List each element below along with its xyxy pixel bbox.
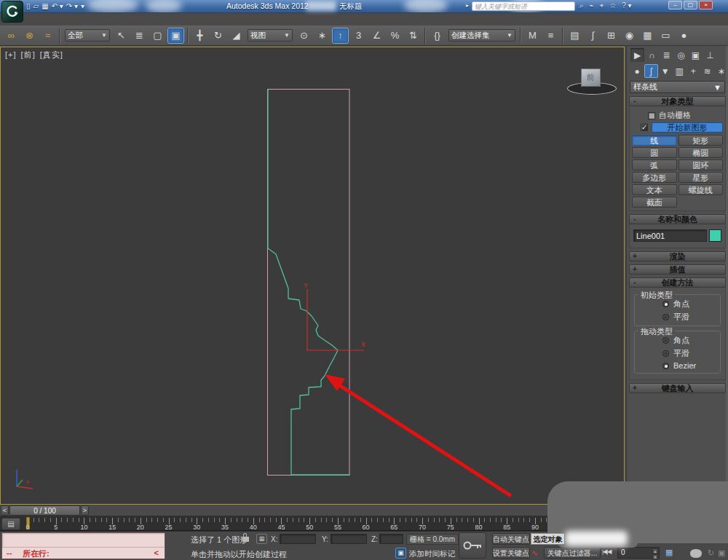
pan-hand-icon[interactable] bbox=[690, 549, 702, 558]
mini-curve-editor-button[interactable]: ▤ bbox=[1, 518, 20, 530]
select-by-name-icon[interactable]: ≣ bbox=[131, 28, 148, 44]
category-lights-icon[interactable]: ▼ bbox=[659, 64, 672, 78]
close-button[interactable]: × bbox=[699, 1, 713, 9]
object-type-button-6[interactable]: 多边形 bbox=[632, 172, 677, 183]
undo-icon[interactable]: ↶ ▾ bbox=[52, 1, 63, 12]
manage-layers-icon[interactable]: ▤ bbox=[566, 28, 583, 44]
object-type-button-3[interactable]: 椭圆 bbox=[678, 147, 724, 158]
open-file-icon[interactable]: ▱ bbox=[33, 1, 39, 12]
category-spacewarps-icon[interactable]: ≋ bbox=[700, 64, 713, 78]
absolute-offset-toggle-icon[interactable]: ⊞ bbox=[256, 534, 267, 544]
new-key-mode-icon[interactable]: ∿ bbox=[531, 548, 538, 558]
time-slider-handle[interactable]: 0 / 100 bbox=[9, 505, 80, 516]
object-type-button-5[interactable]: 圆环 bbox=[678, 159, 724, 170]
x-coord-field[interactable] bbox=[280, 534, 316, 544]
render-setup-icon[interactable]: ▦ bbox=[639, 28, 656, 44]
tab-utilities[interactable]: ⊥ bbox=[703, 48, 717, 62]
percent-snap-icon[interactable]: % bbox=[387, 28, 403, 44]
select-rotate-icon[interactable]: ↻ bbox=[210, 28, 226, 44]
viewport-menu-shading[interactable]: [真实] bbox=[40, 50, 63, 59]
go-to-start-icon[interactable]: |◀|◀ bbox=[602, 548, 611, 555]
object-type-button-4[interactable]: 弧 bbox=[632, 159, 677, 170]
selection-set-dropdown[interactable]: 创建选择集▼ bbox=[448, 29, 515, 42]
start-new-shape-checkbox[interactable]: ✓ bbox=[641, 124, 648, 131]
window-crossing-icon[interactable]: ▣ bbox=[167, 28, 184, 44]
viewport-menu-view[interactable]: [前] bbox=[21, 50, 36, 59]
shape-type-dropdown[interactable]: 样条线 ▼ bbox=[630, 81, 725, 93]
use-pivot-center-icon[interactable]: ⊙ bbox=[296, 28, 312, 44]
tab-hierarchy[interactable]: ≣ bbox=[660, 48, 673, 62]
rendered-frame-icon[interactable]: ▭ bbox=[657, 28, 674, 44]
orbit-icon[interactable]: ↻ bbox=[708, 548, 714, 558]
key-filters-button[interactable]: 关键点过滤器... bbox=[544, 547, 601, 559]
tab-display[interactable]: ▣ bbox=[689, 48, 703, 62]
object-type-button-2[interactable]: 圆 bbox=[632, 147, 677, 158]
application-menu-button[interactable] bbox=[1, 1, 23, 23]
rollout-object-type-header[interactable]: - 对象类型 bbox=[629, 96, 726, 106]
object-type-button-10[interactable]: 截面 bbox=[632, 197, 677, 208]
tab-motion[interactable]: ◎ bbox=[674, 48, 688, 62]
schematic-view-icon[interactable]: ⊞ bbox=[603, 28, 620, 44]
add-time-tag-label[interactable]: 添加时间标记 bbox=[409, 549, 455, 559]
category-geometry-icon[interactable]: ● bbox=[630, 64, 644, 78]
spinner-snap-icon[interactable]: ⇅ bbox=[405, 28, 422, 44]
time-prev-button[interactable]: < bbox=[1, 505, 9, 516]
set-keys-button[interactable] bbox=[459, 532, 486, 559]
search-input[interactable] bbox=[472, 2, 574, 10]
search-go-icon[interactable]: ⌕ bbox=[579, 1, 584, 10]
rollout-name-color-header[interactable]: - 名称和颜色 bbox=[629, 214, 726, 224]
select-move-icon[interactable]: ╋ bbox=[191, 28, 208, 44]
select-scale-icon[interactable]: ◢ bbox=[228, 28, 245, 44]
maximize-viewport-icon[interactable]: ▣ bbox=[718, 548, 725, 558]
object-name-field[interactable]: Line001 bbox=[633, 229, 707, 242]
set-key-button[interactable]: 设置关键点 bbox=[492, 547, 530, 559]
auto-key-button[interactable]: 自动关键点 bbox=[492, 533, 530, 545]
redo-icon[interactable]: ↷ ▾ bbox=[66, 1, 78, 12]
material-editor-icon[interactable]: ◉ bbox=[621, 28, 638, 44]
communication-center-icon[interactable]: ⌖ bbox=[600, 1, 604, 10]
align-icon[interactable]: ≡ bbox=[542, 28, 559, 44]
selected-filter-dropdown[interactable]: 选定对象 bbox=[531, 533, 565, 545]
named-selection-sets-icon[interactable]: {} bbox=[429, 28, 446, 44]
unlink-selection-icon[interactable]: ⊗ bbox=[21, 28, 38, 44]
radio-option-平滑[interactable]: 平滑 bbox=[662, 312, 720, 323]
start-new-shape-button[interactable]: 开始新图形 bbox=[652, 122, 723, 133]
time-next-button[interactable]: > bbox=[81, 505, 89, 516]
category-helpers-icon[interactable]: + bbox=[687, 64, 700, 78]
snap-toggle-3d-icon[interactable]: 3 bbox=[350, 28, 367, 44]
qat-menu-icon[interactable]: ▾ bbox=[81, 1, 84, 12]
listener-macro-pane[interactable] bbox=[2, 533, 165, 548]
rollout-interpolation-header[interactable]: + 插值 bbox=[629, 264, 726, 275]
object-color-swatch[interactable] bbox=[709, 229, 721, 242]
minimize-button[interactable]: – bbox=[668, 1, 682, 9]
radio-button[interactable] bbox=[662, 301, 669, 307]
selection-region-icon[interactable]: ▢ bbox=[149, 28, 166, 44]
object-type-button-7[interactable]: 星形 bbox=[678, 172, 724, 183]
infocenter-expand-icon[interactable]: ▸ bbox=[466, 2, 469, 9]
rollout-creation-method-header[interactable]: - 创建方法 bbox=[629, 277, 726, 288]
curve-editor-icon[interactable]: ∫ bbox=[585, 28, 601, 44]
object-type-button-1[interactable]: 矩形 bbox=[678, 135, 724, 146]
radio-button[interactable] bbox=[662, 363, 669, 369]
render-production-icon[interactable]: ● bbox=[676, 28, 692, 44]
frame-spinner[interactable]: ▲▼ bbox=[652, 548, 658, 558]
maxscript-mini-listener[interactable]: -- 所在行: < bbox=[1, 532, 165, 559]
y-coord-field[interactable] bbox=[331, 534, 367, 544]
bind-to-spacewarp-icon[interactable]: ≈ bbox=[39, 28, 56, 44]
new-file-icon[interactable]: ▯ bbox=[26, 1, 31, 12]
object-type-button-8[interactable]: 文本 bbox=[632, 184, 677, 195]
rollout-keyboard-entry-header[interactable]: + 键盘输入 bbox=[629, 383, 726, 393]
z-coord-field[interactable] bbox=[379, 534, 403, 544]
select-and-link-icon[interactable]: ∞ bbox=[3, 28, 20, 44]
rollout-rendering-header[interactable]: + 渲染 bbox=[629, 251, 726, 261]
select-manipulate-icon[interactable]: ∗ bbox=[314, 28, 331, 44]
subscription-icon[interactable]: ⌁ bbox=[590, 1, 594, 10]
angle-snap-icon[interactable]: ∠ bbox=[368, 28, 385, 44]
time-tag-icon[interactable]: ▣ bbox=[395, 548, 406, 559]
keyboard-override-icon[interactable]: ↑ bbox=[332, 28, 349, 44]
object-type-button-0[interactable]: 线 bbox=[632, 135, 677, 146]
viewport-menu-plus[interactable]: [+] bbox=[5, 50, 17, 59]
save-file-icon[interactable]: ▦ bbox=[41, 1, 48, 12]
category-shapes-icon[interactable]: ʃ bbox=[644, 64, 657, 78]
radio-option-Bezier[interactable]: Bezier bbox=[662, 361, 720, 370]
